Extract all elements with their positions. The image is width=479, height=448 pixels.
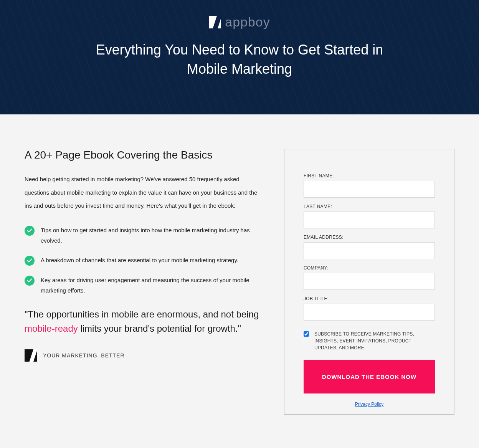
subscribe-checkbox[interactable] [304,331,309,337]
hero-banner: appboy Everything You Need to Know to Ge… [0,0,479,114]
download-form: FIRST NAME: LAST NAME: EMAIL ADDRESS: CO… [284,149,454,415]
checkmark-icon [25,226,35,236]
field-label: COMPANY: [304,265,435,271]
email-input[interactable] [304,242,435,259]
content-intro: Need help getting started in mobile mark… [25,173,259,213]
content-column: A 20+ Page Ebook Covering the Basics Nee… [25,149,259,362]
tagline-row: YOUR MARKETING, BETTER [25,349,259,362]
field-first-name: FIRST NAME: [304,173,435,198]
brand-name: appboy [225,15,270,30]
list-item: Key areas for driving user engagement an… [25,275,259,296]
bullet-text: Tips on how to get started and insights … [41,225,259,246]
tagline-text: YOUR MARKETING, BETTER [43,352,125,359]
subscribe-label[interactable]: SUBSCRIBE TO RECEIVE MARKETING TIPS, INS… [314,331,435,351]
main-content: A 20+ Page Ebook Covering the Basics Nee… [0,114,479,438]
field-email: EMAIL ADDRESS: [304,235,435,259]
field-label: JOB TITLE: [304,296,435,301]
list-item: A breakdown of channels that are essenti… [25,255,259,266]
field-label: LAST NAME: [304,204,435,209]
bullet-text: Key areas for driving user engagement an… [41,275,259,296]
download-button[interactable]: DOWNLOAD THE EBOOK NOW [304,360,435,393]
field-label: EMAIL ADDRESS: [304,235,435,240]
field-job-title: JOB TITLE: [304,296,435,321]
quote-text: "The opportunities in mobile are enormou… [25,307,259,336]
last-name-input[interactable] [304,212,435,228]
quote-part: limits your brand's potential for growth… [78,323,241,334]
checkmark-icon [25,256,35,266]
company-input[interactable] [304,273,435,290]
field-last-name: LAST NAME: [304,204,435,228]
logo-mark-icon [209,16,221,28]
quote-part: "The opportunities in mobile are enormou… [25,309,259,319]
quote-highlight: mobile-ready [25,323,78,334]
field-company: COMPANY: [304,265,435,290]
content-subtitle: A 20+ Page Ebook Covering the Basics [25,149,259,161]
list-item: Tips on how to get started and insights … [25,225,259,246]
bullet-list: Tips on how to get started and insights … [25,225,259,296]
bullet-text: A breakdown of channels that are essenti… [41,255,238,265]
hero-title: Everything You Need to Know to Get Start… [86,40,393,79]
logo-mark-icon [25,349,37,362]
field-label: FIRST NAME: [304,173,435,179]
first-name-input[interactable] [304,181,435,198]
brand-logo: appboy [209,15,270,30]
subscribe-row: SUBSCRIBE TO RECEIVE MARKETING TIPS, INS… [304,331,435,351]
job-title-input[interactable] [304,304,435,321]
checkmark-icon [25,276,35,286]
privacy-policy-link[interactable]: Privacy Policy [355,402,384,407]
